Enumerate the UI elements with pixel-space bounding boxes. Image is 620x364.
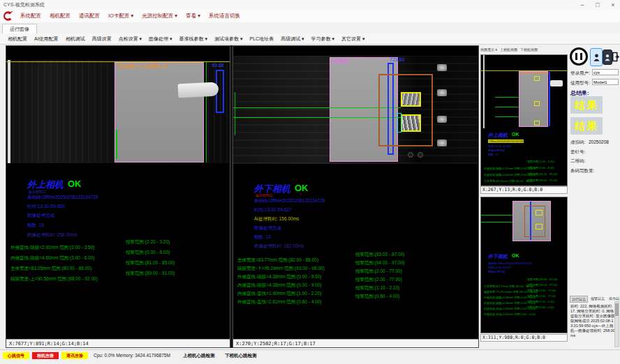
log-scrollbar[interactable]	[614, 301, 619, 347]
menu-item-camera-config[interactable]: 相机配置	[45, 10, 75, 22]
top-camera-thumbnail[interactable]: 固定阈值:93, 动态阈值:100 外上相机 OK Offline2025020…	[480, 54, 568, 186]
tab-run-image[interactable]: 运行图像	[2, 24, 37, 33]
left-camera-image[interactable]: 固定阈值:93, 动态阈值:100 93.68	[6, 60, 230, 163]
measure-value: 主体宽度=83.05mm 范围:(80.00 - 86.00)	[10, 266, 91, 271]
blue-roi-value: 93.68	[212, 63, 224, 68]
yellow-detect-box	[534, 121, 540, 126]
menu-item-light-config[interactable]: 光源控制配置 ▾	[138, 10, 182, 22]
alarm-range: 报警范围:(2.00 - 77.00)	[355, 277, 402, 283]
alarm-range: 报警范围:(94.00 - 97.00)	[527, 283, 557, 287]
thumbnail-column: 画面显示 ▾ 上相机画面 下相机画面 固定阈值:93, 动态阈值:100 外上相…	[480, 45, 568, 349]
tool-other-settings[interactable]: 其它设置 ▾	[338, 33, 368, 45]
alarm-range: 报警范围:(0.60 - 4.00)	[355, 294, 399, 300]
alarm-range: 报警范围:(1.10 - 2.10)	[355, 285, 399, 291]
bottom-camera-thumbnail[interactable]: 外下相机 OK 条码码:Offline20250208133134728 时间:…	[480, 197, 568, 333]
left-proc-time-text: 图像处理耗时: 258.00ms	[27, 232, 77, 238]
machine-knob	[437, 64, 447, 71]
close-button[interactable]: ×	[609, 0, 617, 10]
thumb-display-menu[interactable]: 画面显示 ▾	[480, 47, 497, 52]
login-user-label: 登录用户:	[570, 70, 590, 77]
green-measure-line	[233, 107, 401, 108]
cpu-memory-status: Cpu: 0.0% Memory: 3424.41796875M	[94, 353, 170, 358]
exit-button[interactable]	[612, 48, 620, 65]
top-camera-heartbeat-status: 上相机心跳检测	[183, 353, 215, 359]
alarm-range: 报警范围:(0.00 - 8.00)	[126, 250, 170, 256]
alarm-range: 报警范围:(89.00 - 91.00)	[126, 271, 175, 277]
left-barcode-text: 条码码:Offline20250208133134728	[27, 195, 98, 201]
menu-bar: 系统配置 相机配置 通讯配置 IO卡配置 ▾ 光源控制配置 ▾ 查看 ▾ 系统语…	[0, 10, 620, 23]
menu-item-view[interactable]: 查看 ▾	[182, 10, 205, 22]
left-plc-note: 输出给PLC	[29, 190, 46, 194]
result-badge-top: 结果	[570, 96, 603, 114]
center-count-text: 颗数: 13	[254, 234, 271, 241]
tool-camera-debug[interactable]: 相机调试	[62, 33, 89, 45]
menu-item-comm-config[interactable]: 通讯配置	[75, 10, 104, 22]
pause-button[interactable]	[570, 47, 588, 66]
thumb-tab-bottom-camera[interactable]: 下相机画面	[520, 47, 538, 52]
alarm-range: 报警范围:(2.20 - 3.20)	[527, 160, 554, 163]
model-field[interactable]	[592, 79, 619, 85]
tool-advanced-settings[interactable]: 高级设置	[89, 33, 115, 45]
thumbnail-header: 画面显示 ▾ 上相机画面 下相机画面	[480, 45, 568, 54]
measure-value: 隔膜宽度-上=90.56mm 范围:(88.00 - 92.00)	[10, 276, 98, 281]
bright-strip	[8, 60, 10, 163]
admin-user-button[interactable]	[603, 50, 612, 65]
green-measure-line	[206, 62, 207, 162]
center-camera-image[interactable]: AI检测框 723.80	[233, 56, 478, 164]
tool-advanced-debug[interactable]: 高级调试 ▾	[277, 33, 307, 45]
tool-camera-config[interactable]: 相机配置	[4, 33, 31, 45]
qr-code-label: 二维码:	[570, 158, 585, 165]
yellow-detect-box	[401, 92, 421, 107]
green-measure-line	[233, 117, 401, 118]
menu-item-system-config[interactable]: 系统配置	[16, 10, 45, 22]
login-user-field[interactable]	[592, 69, 619, 75]
tool-spot-check[interactable]: 点检设置 ▾	[115, 33, 145, 45]
pause-icon	[570, 47, 588, 66]
menu-item-language-switch[interactable]: 系统语言切换	[205, 10, 244, 22]
yellow-detect-box	[536, 210, 542, 215]
virtual-code-value: 20250208	[589, 139, 609, 144]
tool-learning-params[interactable]: 学习参数 ▾	[308, 33, 338, 45]
measurement-row: 隔膜宽度-上=90.56mm 范围:(88.00 - 92.00) 报警范围:(…	[10, 271, 98, 283]
center-ai-time-text: AI处理耗时: 156.00ms	[254, 216, 299, 222]
minimize-button[interactable]: –	[578, 0, 586, 10]
camera-panels-wrap: 固定阈值:93, 动态阈值:100 93.68 外上相机 OK 输出给PLC 条…	[6, 45, 479, 348]
window-title: CYS-视觉检测系统	[3, 1, 45, 8]
center-barcode-text: 条码码:Offline20250208133134728	[254, 198, 325, 204]
green-measure-line	[116, 130, 117, 159]
window-controls: – □ ×	[578, 0, 617, 10]
thumb-count-text: 颗数: 13	[488, 153, 499, 156]
brown-roi-box	[378, 74, 433, 146]
yellow-detect-box	[534, 76, 540, 81]
maximize-button[interactable]: □	[593, 0, 602, 10]
model-label: 使用型号:	[570, 80, 590, 86]
green-measure-line	[495, 116, 519, 117]
tool-plc-address-table[interactable]: PLC地址表	[246, 33, 278, 45]
user-icon	[605, 54, 610, 61]
barcode-count-label: 条码写数量:	[570, 168, 594, 174]
menu-item-io-config[interactable]: IO卡配置 ▾	[104, 10, 138, 22]
part-region	[115, 62, 204, 162]
log-tab-alarm[interactable]: 报警日志	[589, 296, 606, 303]
green-measure-line	[235, 92, 235, 135]
operator-user-button[interactable]	[590, 48, 603, 66]
thumb-done-text: 图像处理完成	[488, 149, 505, 152]
left-done-text: 图像处理完成	[27, 213, 54, 219]
left-time-text: 时间:13-31-59-650	[27, 204, 65, 210]
tool-baseline-params[interactable]: 基准线参数 ▾	[176, 33, 211, 45]
thumb-time-text: 时间:13-31-59-627	[488, 266, 511, 269]
center-time-text: 时间:13-31-59-627	[254, 207, 292, 213]
machine-knob	[437, 89, 447, 96]
scrollbar-thumb[interactable]	[615, 303, 619, 316]
measure-value: 外侧直线-直线=2.61mm 范围:(0.60 - 4.00)	[237, 299, 321, 304]
clamp-object	[178, 82, 219, 98]
thumb-tab-top-camera[interactable]: 上相机画面	[500, 47, 517, 52]
tool-test-params[interactable]: 测试项参数 ▾	[211, 33, 246, 45]
alarm-range: 报警范围:(2.00 - 77.00)	[355, 268, 402, 275]
bottom-camera-heartbeat-status: 下相机心跳检测	[225, 353, 257, 359]
heartbeat-signal-badge: 心跳信号	[3, 352, 29, 359]
log-tab-run[interactable]: 运行日志	[570, 296, 588, 303]
tool-image-processing[interactable]: 图像处理 ▾	[145, 33, 175, 45]
center-camera-panel: AI检测框 723.80 外下相机	[232, 45, 479, 348]
tool-ai-config[interactable]: AI使用配置	[31, 33, 62, 45]
